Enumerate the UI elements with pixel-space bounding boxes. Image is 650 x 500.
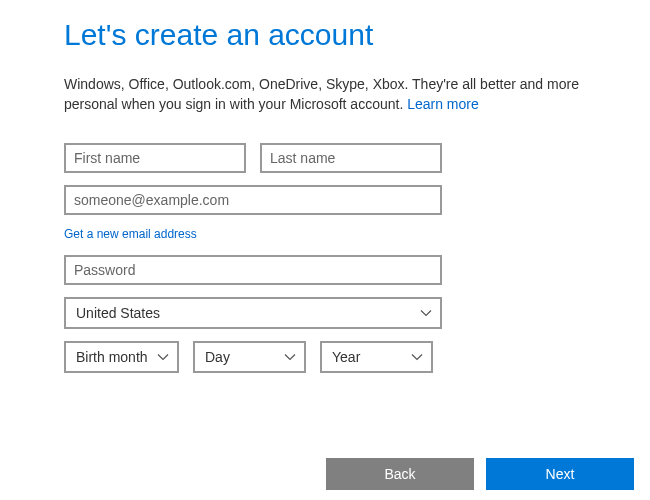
birth-month-label: Birth month [76,349,148,365]
birth-day-select[interactable]: Day [193,341,306,373]
learn-more-link[interactable]: Learn more [407,96,479,112]
description-text: Windows, Office, Outlook.com, OneDrive, … [64,76,579,112]
email-input[interactable] [64,185,442,215]
birth-month-select[interactable]: Birth month [64,341,179,373]
country-selected: United States [76,305,160,321]
page-title: Let's create an account [64,18,586,52]
birth-day-label: Day [205,349,230,365]
back-button[interactable]: Back [326,458,474,490]
country-select[interactable]: United States [64,297,442,329]
chevron-down-icon [411,351,423,363]
next-button[interactable]: Next [486,458,634,490]
description: Windows, Office, Outlook.com, OneDrive, … [64,74,584,115]
birth-year-select[interactable]: Year [320,341,433,373]
chevron-down-icon [420,307,432,319]
first-name-input[interactable] [64,143,246,173]
chevron-down-icon [157,351,169,363]
password-input[interactable] [64,255,442,285]
new-email-link[interactable]: Get a new email address [64,227,586,241]
chevron-down-icon [284,351,296,363]
last-name-input[interactable] [260,143,442,173]
birth-year-label: Year [332,349,360,365]
